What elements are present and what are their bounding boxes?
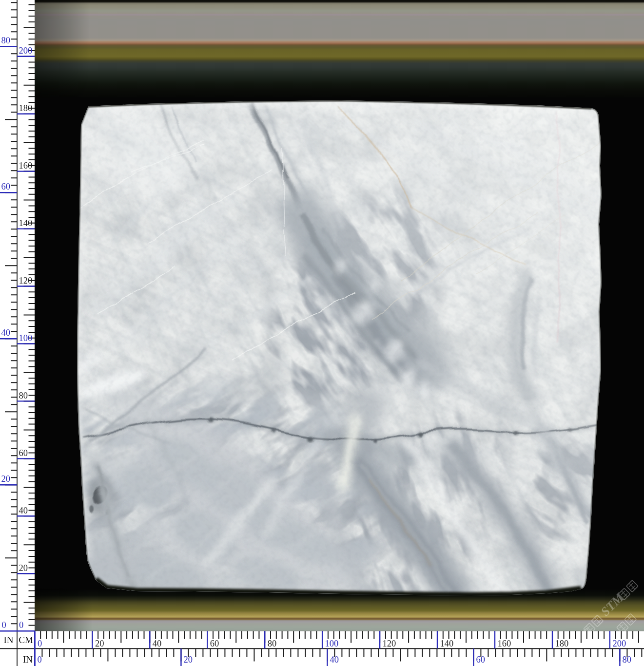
svg-text:120: 120 <box>383 639 396 648</box>
svg-text:160: 160 <box>19 161 33 171</box>
svg-text:40: 40 <box>19 506 28 515</box>
svg-text:40: 40 <box>1 328 11 338</box>
svg-text:60: 60 <box>476 655 485 665</box>
svg-text:IN: IN <box>3 635 13 645</box>
svg-text:0: 0 <box>2 620 6 630</box>
svg-text:140: 140 <box>440 639 454 648</box>
svg-text:20: 20 <box>95 639 104 648</box>
svg-text:20: 20 <box>19 563 28 573</box>
svg-text:80: 80 <box>19 391 28 400</box>
svg-text:0: 0 <box>37 655 41 665</box>
svg-text:40: 40 <box>153 639 162 648</box>
svg-text:200: 200 <box>612 639 626 648</box>
svg-text:180: 180 <box>555 639 569 648</box>
svg-text:0: 0 <box>19 620 23 630</box>
svg-text:40: 40 <box>330 655 339 665</box>
svg-text:80: 80 <box>622 655 631 665</box>
svg-text:80: 80 <box>268 639 277 648</box>
svg-text:IN: IN <box>23 654 33 665</box>
svg-text:140: 140 <box>19 218 33 228</box>
svg-text:CM: CM <box>19 635 33 645</box>
svg-text:20: 20 <box>183 655 193 665</box>
svg-text:20: 20 <box>1 474 11 484</box>
svg-text:60: 60 <box>1 182 11 191</box>
svg-text:100: 100 <box>325 639 339 648</box>
svg-text:200: 200 <box>19 46 33 56</box>
svg-text:0: 0 <box>38 639 42 648</box>
svg-text:180: 180 <box>19 103 33 113</box>
svg-text:120: 120 <box>19 276 33 285</box>
svg-text:100: 100 <box>19 333 33 343</box>
svg-text:80: 80 <box>1 36 11 45</box>
svg-text:60: 60 <box>19 448 28 458</box>
svg-text:60: 60 <box>210 639 219 648</box>
svg-text:160: 160 <box>498 639 511 648</box>
